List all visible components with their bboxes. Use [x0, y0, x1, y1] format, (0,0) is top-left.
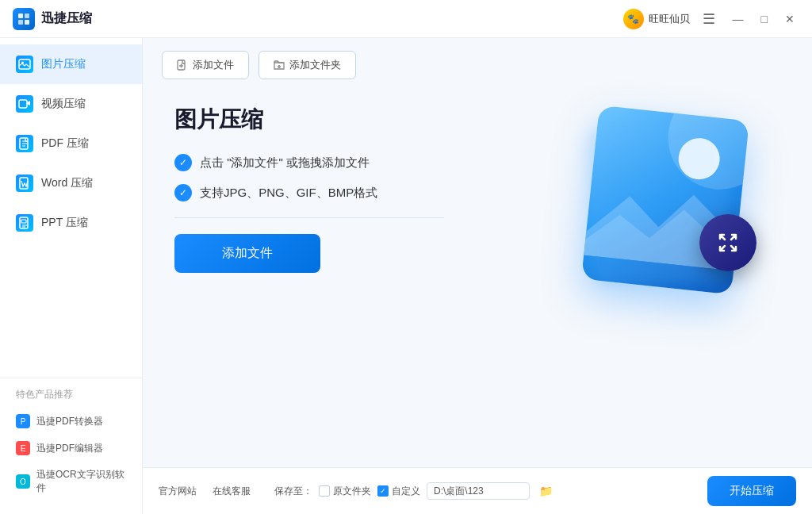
save-path-input[interactable] — [427, 482, 530, 500]
sidebar-item-ppt[interactable]: PPT 压缩 — [0, 203, 142, 243]
svg-rect-1 — [18, 13, 23, 18]
browse-folder-button[interactable]: 📁 — [536, 483, 556, 499]
featured-pdf-converter-icon: P — [16, 414, 30, 428]
illustration — [558, 105, 780, 327]
sidebar-item-video[interactable]: 视频压缩 — [0, 84, 142, 124]
featured-item-pdf-converter[interactable]: P 迅捷PDF转换器 — [0, 408, 142, 435]
compress-badge — [699, 214, 756, 271]
sidebar-label-word: Word 压缩 — [41, 176, 93, 190]
image-icon — [16, 56, 33, 73]
close-button[interactable]: ✕ — [780, 11, 799, 27]
svg-rect-9 — [20, 178, 28, 189]
svg-rect-3 — [18, 20, 23, 25]
featured-section: 特色产品推荐 P 迅捷PDF转换器 E 迅捷PDF编辑器 O 迅捷OCR文字识别… — [0, 378, 142, 508]
titlebar-left: 迅捷压缩 — [13, 8, 92, 30]
maximize-button[interactable]: □ — [756, 11, 772, 27]
dropzone-title: 图片压缩 — [174, 105, 444, 135]
ppt-icon — [16, 214, 33, 232]
video-icon — [16, 95, 33, 113]
dropzone: 图片压缩 ✓ 点击 "添加文件" 或拖拽添加文件 ✓ 支持JPG、PNG、GIF… — [143, 89, 812, 467]
add-file-button[interactable]: 添加文件 — [162, 51, 249, 79]
feature-item-2: ✓ 支持JPG、PNG、GIF、BMP格式 — [174, 184, 444, 201]
feature-text-1: 点击 "添加文件" 或拖拽添加文件 — [200, 155, 370, 171]
app-icon — [13, 8, 35, 30]
featured-item-pdf-editor[interactable]: E 迅捷PDF编辑器 — [0, 435, 142, 462]
feature-text-2: 支持JPG、PNG、GIF、BMP格式 — [200, 186, 377, 201]
add-file-icon — [177, 59, 188, 71]
sidebar-item-word[interactable]: Word 压缩 — [0, 163, 142, 203]
divider — [174, 217, 444, 218]
svg-rect-4 — [25, 20, 29, 25]
check-icon-2: ✓ — [174, 184, 192, 201]
support-link[interactable]: 在线客服 — [213, 485, 251, 498]
compress-arrows-icon — [714, 228, 742, 257]
dropzone-add-file-button[interactable]: 添加文件 — [174, 234, 320, 273]
win-controls: — □ ✕ — [728, 11, 799, 27]
custom-label: 自定义 — [392, 485, 420, 498]
svg-rect-11 — [21, 220, 26, 223]
minimize-button[interactable]: — — [728, 11, 749, 27]
original-folder-checkbox[interactable] — [319, 485, 330, 497]
user-name: 旺旺仙贝 — [649, 12, 690, 26]
titlebar: 迅捷压缩 🐾 旺旺仙贝 ☰ — □ ✕ — [0, 0, 812, 38]
featured-ocr-icon: O — [16, 474, 30, 489]
app-title: 迅捷压缩 — [41, 10, 92, 27]
custom-checkbox[interactable]: ✓ — [377, 485, 389, 497]
dropzone-content: 图片压缩 ✓ 点击 "添加文件" 或拖拽添加文件 ✓ 支持JPG、PNG、GIF… — [174, 105, 444, 273]
featured-pdf-editor-icon: E — [16, 441, 30, 455]
sidebar-item-image[interactable]: 图片压缩 — [0, 44, 142, 84]
pdf-icon — [16, 135, 33, 152]
sidebar-item-pdf[interactable]: PDF 压缩 — [0, 124, 142, 163]
start-compress-button[interactable]: 开始压缩 — [707, 476, 796, 506]
svg-rect-7 — [19, 100, 27, 108]
add-folder-icon — [274, 59, 285, 71]
dropzone-add-file-label: 添加文件 — [222, 246, 273, 259]
sidebar-label-image: 图片压缩 — [41, 57, 86, 71]
user-info: 🐾 旺旺仙贝 — [623, 9, 690, 29]
featured-pdf-converter-label: 迅捷PDF转换器 — [36, 415, 103, 428]
featured-ocr-label: 迅捷OCR文字识别软件 — [36, 468, 126, 495]
word-icon — [16, 175, 33, 192]
add-file-label: 添加文件 — [193, 58, 234, 72]
add-folder-button[interactable]: 添加文件夹 — [259, 51, 356, 79]
feature-item-1: ✓ 点击 "添加文件" 或拖拽添加文件 — [174, 154, 444, 171]
featured-title: 特色产品推荐 — [0, 388, 142, 408]
bottombar: 官方网站 在线客服 保存至： 原文件夹 ✓ 自定义 📁 开始压缩 — [143, 467, 812, 514]
save-to-label: 保存至： — [274, 485, 312, 498]
svg-rect-2 — [25, 13, 29, 18]
save-section: 保存至： 原文件夹 ✓ 自定义 📁 — [274, 482, 556, 500]
titlebar-right: 🐾 旺旺仙贝 ☰ — □ ✕ — [623, 9, 799, 29]
menu-icon[interactable]: ☰ — [703, 10, 715, 28]
website-link[interactable]: 官方网站 — [159, 485, 197, 498]
check-icon-1: ✓ — [174, 154, 192, 171]
featured-pdf-editor-label: 迅捷PDF编辑器 — [36, 442, 103, 455]
add-folder-label: 添加文件夹 — [289, 58, 341, 72]
sidebar-label-video: 视频压缩 — [41, 97, 86, 111]
original-folder-label: 原文件夹 — [333, 485, 371, 498]
sidebar-label-ppt: PPT 压缩 — [41, 216, 88, 230]
main-layout: 图片压缩 视频压缩 PDF 压缩 — [0, 38, 812, 514]
sidebar: 图片压缩 视频压缩 PDF 压缩 — [0, 38, 143, 514]
sidebar-label-pdf: PDF 压缩 — [41, 136, 89, 151]
start-compress-label: 开始压缩 — [730, 484, 774, 497]
user-avatar: 🐾 — [623, 9, 644, 29]
content-area: 添加文件 添加文件夹 图片压缩 ✓ 点击 "添加文件" 或拖拽添加文件 — [143, 38, 812, 514]
toolbar: 添加文件 添加文件夹 — [143, 38, 812, 89]
custom-option[interactable]: ✓ 自定义 — [377, 485, 420, 498]
original-folder-option[interactable]: 原文件夹 — [319, 485, 371, 498]
featured-item-ocr[interactable]: O 迅捷OCR文字识别软件 — [0, 462, 142, 501]
